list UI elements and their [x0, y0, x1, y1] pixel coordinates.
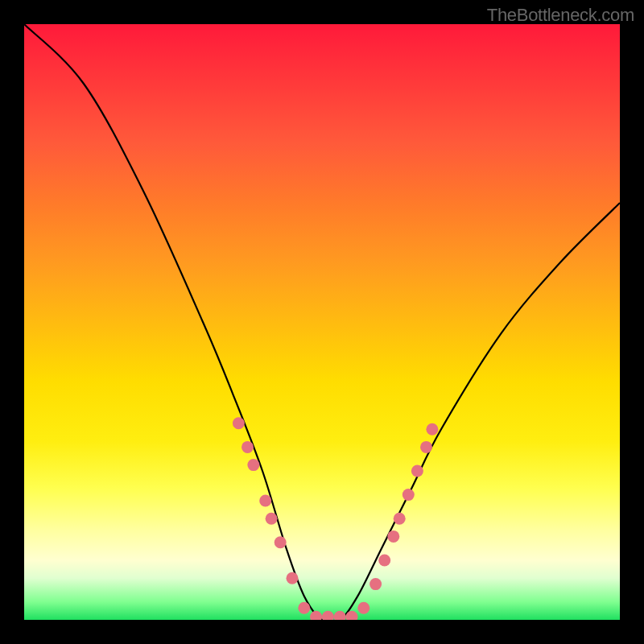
data-point	[275, 536, 287, 548]
data-point	[394, 513, 406, 525]
data-point	[247, 459, 259, 471]
data-point	[334, 611, 346, 620]
data-point	[310, 611, 322, 620]
data-point	[387, 530, 399, 543]
data-point	[411, 465, 423, 477]
data-point	[287, 572, 299, 584]
data-point	[322, 611, 334, 620]
curve-left-branch	[24, 24, 340, 620]
data-point	[259, 495, 271, 507]
data-point	[420, 441, 432, 453]
data-point-markers	[233, 417, 439, 620]
data-point	[357, 602, 369, 614]
data-point	[233, 417, 245, 429]
curve-right-branch	[322, 203, 620, 620]
data-point	[369, 578, 382, 590]
data-point	[242, 441, 254, 453]
data-point	[266, 513, 278, 525]
bottleneck-chart	[24, 24, 620, 620]
data-point	[378, 555, 390, 567]
data-point	[426, 423, 438, 436]
data-point	[298, 602, 310, 614]
data-point	[402, 489, 415, 501]
watermark-text: TheBottleneck.com	[487, 5, 634, 26]
